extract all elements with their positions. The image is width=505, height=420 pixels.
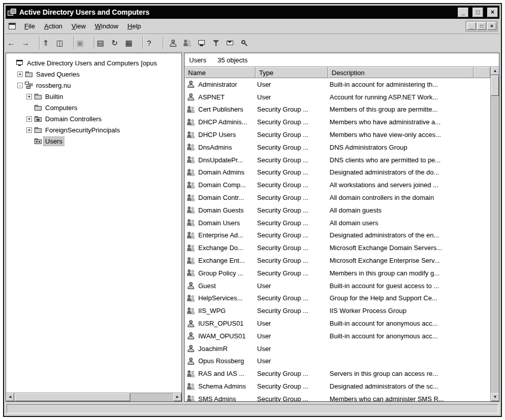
object-name: DHCP Adminis... — [198, 118, 247, 126]
table-row[interactable]: DHCP Adminis... Security Group ... Membe… — [185, 116, 490, 128]
new-user-button[interactable] — [166, 37, 181, 50]
tree-node-label: ForeignSecurityPrincipals — [44, 126, 121, 134]
cell-name: Domain Contr... — [185, 194, 256, 202]
set-filter-button[interactable] — [209, 37, 223, 50]
expand-toggle-icon[interactable]: + — [26, 116, 32, 122]
object-name: Guest — [198, 282, 216, 290]
toolbar-separator — [142, 37, 143, 49]
table-row[interactable]: IIS_WPG Security Group ... IIS Worker Pr… — [185, 304, 490, 317]
object-type-icon — [187, 320, 195, 328]
toolbar-button-icon — [184, 39, 192, 47]
tree-item-saved-queries[interactable]: + Saved Queries — [6, 68, 182, 80]
table-row[interactable]: Exchange Ent... Security Group ... Micro… — [185, 254, 490, 267]
banner-container-title: Users — [189, 56, 206, 64]
column-header-type[interactable]: Type — [256, 67, 328, 78]
horizontal-scrollbar[interactable]: ◄ ► — [6, 393, 182, 401]
table-row[interactable]: Opus Rossberg User — [185, 355, 490, 368]
mdi-restore-button[interactable]: □ — [477, 22, 486, 30]
table-row[interactable]: SMS Admins Security Group ... Members wh… — [185, 393, 490, 401]
horizontal-scroll-thumb[interactable] — [15, 393, 130, 401]
minimize-button[interactable]: _ — [458, 8, 468, 17]
scroll-left-button[interactable]: ◄ — [6, 393, 14, 401]
cell-description: Members in this group can modify g... — [328, 269, 474, 277]
up-one-level-button[interactable]: ⇑ — [43, 37, 57, 50]
menu-file[interactable]: File — [20, 20, 40, 32]
table-row[interactable]: Cert Publishers Security Group ... Membe… — [185, 103, 490, 116]
back-button[interactable]: ← — [8, 37, 22, 50]
title-bar[interactable]: Active Directory Users and Computers _ □… — [6, 6, 499, 19]
tree-item-users[interactable]: Users — [6, 135, 182, 147]
table-row[interactable]: Administrator User Built-in account for … — [185, 78, 490, 91]
forward-button[interactable]: → — [22, 37, 37, 50]
tree-item-computers[interactable]: Computers — [6, 102, 182, 113]
object-name: IUSR_OPUS01 — [198, 320, 244, 327]
cell-name: JoachimR — [185, 344, 256, 353]
scroll-down-button[interactable]: ▼ — [491, 393, 499, 401]
tree-item-foreign-security-principals[interactable]: + ForeignSecurityPrincipals — [6, 124, 182, 135]
table-row[interactable]: IWAM_OPUS01 User Built-in account for an… — [185, 330, 490, 342]
object-name: Enterprise Ad... — [198, 231, 243, 239]
table-row[interactable]: Exchange Do... Security Group ... Micros… — [185, 241, 490, 254]
help-button[interactable]: ? — [146, 37, 160, 50]
object-type-icon — [187, 80, 195, 88]
mail-button[interactable] — [223, 37, 237, 50]
cell-type: Security Group ... — [256, 382, 328, 390]
table-row[interactable]: RAS and IAS ... Security Group ... Serve… — [185, 367, 490, 380]
table-row[interactable]: ASPNET User Account for running ASP.NET … — [185, 91, 490, 103]
table-row[interactable]: DnsUpdatePr... Security Group ... DNS cl… — [185, 154, 490, 166]
menu-help[interactable]: Help — [123, 20, 146, 32]
table-row[interactable]: Domain Guests Security Group ... All dom… — [185, 204, 490, 217]
cell-type: Security Group ... — [256, 219, 328, 227]
menu-window[interactable]: Window — [90, 20, 123, 32]
tree-item-rossberg-nu[interactable]: - rossberg.nu — [6, 80, 182, 91]
table-row[interactable]: Schema Admins Security Group ... Designa… — [185, 380, 490, 393]
export-list-button[interactable]: ▦ — [126, 37, 140, 50]
table-row[interactable]: DHCP Users Security Group ... Members wh… — [185, 128, 490, 141]
column-header-description[interactable]: Description — [328, 67, 474, 78]
object-name: DnsUpdatePr... — [198, 156, 243, 164]
scroll-right-button[interactable]: ► — [173, 393, 182, 401]
expand-toggle-icon[interactable]: + — [26, 127, 32, 133]
table-row[interactable]: HelpServices... Security Group ... Group… — [185, 292, 490, 305]
vertical-scroll-thumb[interactable] — [491, 76, 499, 96]
mdi-close-button[interactable]: × — [487, 22, 496, 30]
refresh-button[interactable]: ↻ — [112, 37, 126, 50]
table-row[interactable]: Guest User Built-in account for guest ac… — [185, 279, 490, 292]
table-row[interactable]: Group Policy ... Security Group ... Memb… — [185, 267, 490, 279]
menu-action[interactable]: Action — [40, 20, 67, 32]
table-row[interactable]: DnsAdmins Security Group ... DNS Adminis… — [185, 141, 490, 154]
expand-toggle-icon[interactable]: + — [26, 94, 32, 99]
menu-view[interactable]: View — [67, 20, 90, 32]
tree-node-icon — [34, 103, 42, 112]
table-row[interactable]: Domain Users Security Group ... All doma… — [185, 217, 490, 229]
properties-button[interactable]: ▤ — [97, 37, 112, 50]
table-row[interactable]: Domain Admins Security Group ... Designa… — [185, 166, 490, 179]
cell-name: Cert Publishers — [185, 106, 256, 114]
column-header-name[interactable]: Name — [185, 67, 256, 78]
copy-button[interactable]: ▣ — [77, 37, 91, 50]
mdi-minimize-button[interactable]: _ — [467, 22, 476, 30]
new-group-button[interactable] — [181, 37, 195, 50]
tree-item-domain-controllers[interactable]: + Domain Controllers — [6, 113, 182, 124]
scroll-up-button[interactable]: ▲ — [491, 67, 499, 75]
table-row[interactable]: Domain Contr... Security Group ... All d… — [185, 191, 490, 204]
vertical-scrollbar[interactable]: ▲ ▼ — [490, 67, 499, 401]
show-console-tree-button[interactable]: ◫ — [57, 37, 71, 50]
toolbar-separator — [74, 37, 75, 49]
tree-item-builtin[interactable]: + Builtin — [6, 91, 182, 102]
cell-type: User — [256, 93, 328, 101]
new-computer-button[interactable] — [195, 37, 209, 50]
close-button[interactable]: × — [487, 8, 498, 17]
object-type-icon — [187, 395, 195, 401]
cell-description: Account for running ASP.NET Work... — [328, 93, 474, 101]
table-row[interactable]: Domain Comp... Security Group ... All wo… — [185, 179, 490, 191]
tree-item-root[interactable]: Active Directory Users and Computers [op… — [6, 57, 182, 68]
table-row[interactable]: JoachimR User — [185, 342, 490, 355]
table-row[interactable]: Enterprise Ad... Security Group ... Desi… — [185, 229, 490, 242]
find-button[interactable] — [237, 37, 251, 50]
tree-node-label: rossberg.nu — [34, 81, 73, 90]
table-row[interactable]: IUSR_OPUS01 User Built-in account for an… — [185, 317, 490, 330]
maximize-button[interactable]: □ — [473, 8, 483, 17]
expand-toggle-icon[interactable]: + — [17, 72, 23, 77]
expand-toggle-icon[interactable]: - — [17, 83, 23, 88]
